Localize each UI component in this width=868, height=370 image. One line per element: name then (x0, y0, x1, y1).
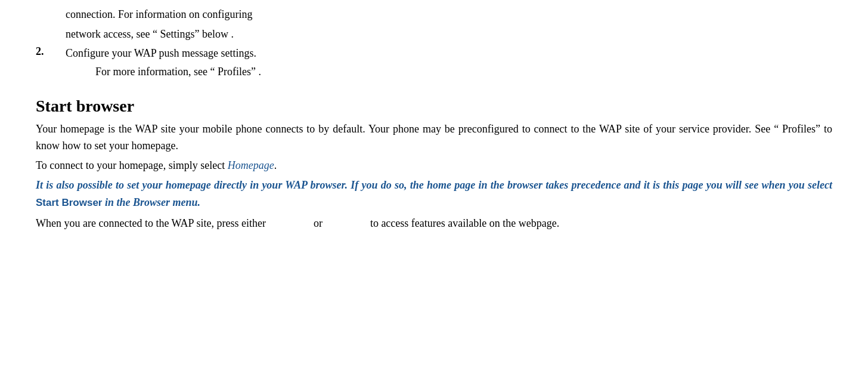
para4-mid: or (314, 217, 323, 229)
gap-block-2 (323, 215, 370, 232)
intro-line1: connection. For information on configuri… (66, 6, 832, 23)
start-browser-inline: Start Browser (36, 197, 102, 208)
para1: Your homepage is the WAP site your mobil… (36, 121, 832, 155)
para4: When you are connected to the WAP site, … (36, 215, 832, 232)
intro-line2: network access, see “ Settings” below . (66, 26, 832, 43)
para3: It is also possible to set your homepage… (36, 177, 832, 211)
item2-text: Configure your WAP push message settings… (66, 45, 832, 61)
para3-suffix: in the Browser menu. (102, 196, 200, 208)
item2-subtext: For more information, see “ Profiles” . (95, 64, 832, 80)
para3-prefix: It is also possible to set your homepage… (36, 179, 832, 191)
item2-content: Configure your WAP push message settings… (66, 45, 832, 82)
main-section: Start browser Your homepage is the WAP s… (36, 97, 832, 232)
section-title: Start browser (36, 97, 832, 116)
intro-lines: connection. For information on configuri… (66, 6, 832, 43)
para2-prefix: To connect to your homepage, simply sele… (36, 159, 228, 171)
para2-suffix: . (274, 159, 277, 171)
item-number-2: 2. (36, 45, 66, 58)
intro-section: connection. For information on configuri… (36, 6, 832, 82)
homepage-link[interactable]: Homepage (228, 159, 274, 171)
para2: To connect to your homepage, simply sele… (36, 157, 832, 174)
numbered-item-2: 2. Configure your WAP push message setti… (36, 45, 832, 82)
para4-prefix: When you are connected to the WAP site, … (36, 217, 266, 229)
gap-block-1 (266, 215, 314, 232)
para4-suffix: to access features available on the webp… (370, 217, 559, 229)
